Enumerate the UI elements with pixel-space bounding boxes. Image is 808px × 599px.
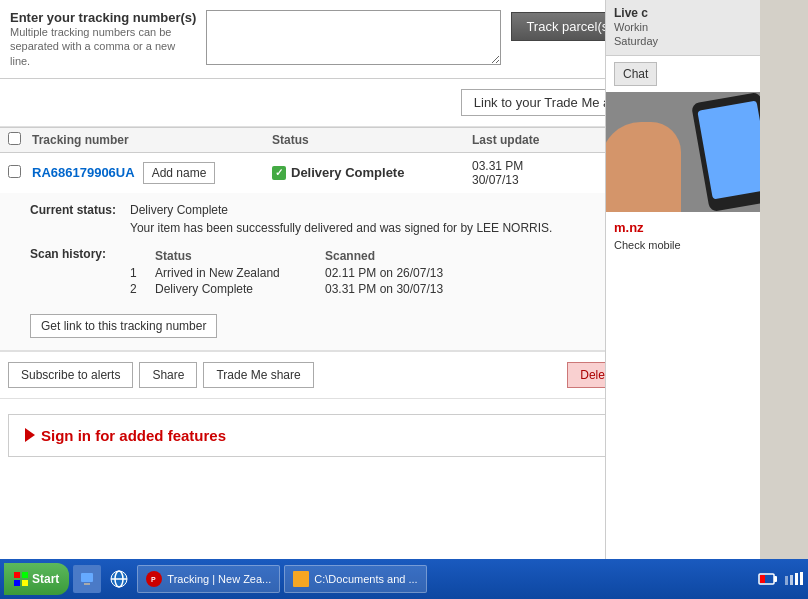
status-check-icon: ✓	[272, 166, 286, 180]
svg-rect-5	[84, 583, 90, 585]
col-tracking-header: Tracking number	[32, 133, 272, 147]
svg-text:P: P	[151, 576, 156, 583]
windows-logo-icon	[14, 572, 28, 586]
svg-rect-1	[22, 572, 28, 578]
status-text: Delivery Complete	[291, 165, 404, 180]
taskbar-explorer-btn[interactable]: C:\Documents and ...	[284, 565, 426, 593]
start-button[interactable]: Start	[4, 563, 69, 595]
sidebar-panel: Live c WorkinSaturday Chat m.nz Check mo…	[605, 0, 760, 599]
subscribe-button[interactable]: Subscribe to alerts	[8, 362, 133, 388]
svg-rect-0	[14, 572, 20, 578]
scan-col-status-header: Status	[155, 249, 315, 263]
sidebar-top: Live c WorkinSaturday	[606, 0, 760, 56]
svg-rect-15	[760, 575, 765, 583]
taskbar: Start P Tracking | New Zea...	[0, 559, 808, 599]
live-label: Live c	[614, 6, 752, 20]
select-all-checkbox[interactable]	[8, 132, 21, 145]
site-desc: Check mobile	[614, 238, 752, 253]
taskbar-network-icon	[784, 571, 804, 587]
scan-row-1: 1 Arrived in New Zealand 02.11 PM on 26/…	[130, 266, 443, 280]
scan-history-label: Scan history:	[30, 245, 120, 298]
phone-screen	[697, 100, 760, 199]
current-status-label: Current status:	[30, 201, 120, 237]
svg-rect-4	[81, 573, 93, 582]
svg-rect-16	[785, 576, 788, 585]
taskbar-tracking-btn[interactable]: P Tracking | New Zea...	[137, 565, 280, 593]
taskbar-show-desktop-icon[interactable]	[73, 565, 101, 593]
ie-icon	[109, 569, 129, 589]
sidebar-image	[606, 92, 760, 212]
row-checkbox-col	[8, 165, 32, 181]
tracking-label: Enter your tracking number(s)	[10, 10, 196, 25]
taskbar-right	[758, 571, 804, 587]
svg-rect-18	[795, 573, 798, 585]
taskbar-ie-icon[interactable]	[105, 565, 133, 593]
row-tracking-col: RA686179906UA Add name	[32, 162, 272, 184]
svg-rect-17	[790, 575, 793, 585]
header-checkbox-col	[8, 132, 32, 148]
folder-icon	[293, 571, 309, 587]
tracking-window-icon: P	[146, 571, 162, 587]
tracking-label-group: Enter your tracking number(s) Multiple t…	[10, 10, 196, 68]
current-status-value: Delivery Complete Your item has been suc…	[130, 201, 552, 237]
live-sublabel: WorkinSaturday	[614, 20, 752, 49]
scan-row-2: 2 Delivery Complete 03.31 PM on 30/07/13	[130, 282, 443, 296]
share-button[interactable]: Share	[139, 362, 197, 388]
scan-col-scanned-header: Scanned	[325, 249, 443, 263]
chat-button[interactable]: Chat	[614, 62, 657, 86]
site-link[interactable]: m.nz	[614, 220, 644, 235]
svg-rect-3	[22, 580, 28, 586]
tracking-textarea[interactable]	[206, 10, 501, 65]
scan-col-num-header	[130, 249, 145, 263]
nzpost-icon: P	[148, 573, 160, 585]
scan-history-table: Status Scanned 1 Arrived in New Zealand …	[130, 249, 443, 298]
svg-rect-12	[294, 574, 299, 577]
sidebar-bottom-text: m.nz Check mobile	[606, 212, 760, 261]
get-link-button[interactable]: Get link to this tracking number	[30, 314, 217, 338]
svg-rect-2	[14, 580, 20, 586]
col-status-header: Status	[272, 133, 472, 147]
folder-icon-svg	[293, 571, 307, 585]
svg-rect-14	[774, 576, 777, 582]
taskbar-battery-icon	[758, 571, 778, 587]
row-checkbox[interactable]	[8, 165, 21, 178]
show-desktop-icon	[79, 571, 95, 587]
row-status-col: ✓ Delivery Complete	[272, 165, 472, 180]
trademe-share-button[interactable]: Trade Me share	[203, 362, 313, 388]
scan-history-header: Status Scanned	[130, 249, 443, 263]
add-name-button[interactable]: Add name	[143, 162, 216, 184]
tracking-sublabel: Multiple tracking numbers can be separat…	[10, 25, 190, 68]
tracking-number-link[interactable]: RA686179906UA	[32, 165, 135, 180]
phone-shape	[691, 92, 760, 212]
triangle-right-icon	[25, 428, 35, 442]
hand-shape	[606, 122, 681, 212]
svg-rect-19	[800, 572, 803, 585]
